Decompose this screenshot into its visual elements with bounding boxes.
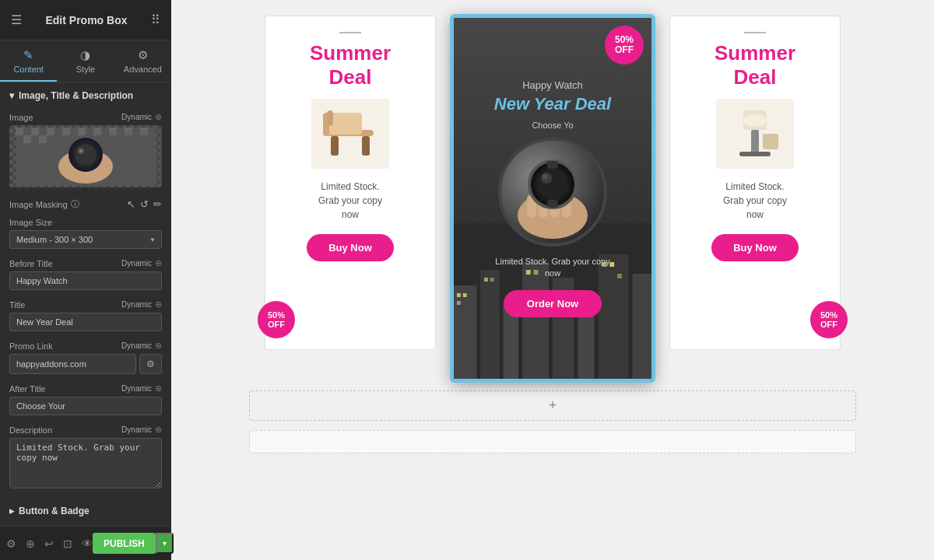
cursor-icon: ↖ bbox=[127, 198, 135, 210]
hamburger-icon[interactable]: ☰ bbox=[11, 12, 22, 27]
tab-style-label: Style bbox=[76, 65, 95, 74]
title-dynamic-icon[interactable]: ⊕ bbox=[155, 299, 162, 310]
publish-arrow-button[interactable]: ▾ bbox=[156, 533, 174, 554]
settings-icon[interactable]: ⚙ bbox=[6, 537, 16, 550]
title-field-group: Title Dynamic ⊕ bbox=[0, 296, 171, 338]
tab-content-label: Content bbox=[13, 65, 44, 74]
right-divider bbox=[744, 32, 766, 33]
promo-link-settings-btn[interactable]: ⚙ bbox=[139, 354, 162, 374]
svg-rect-57 bbox=[751, 130, 759, 153]
sidebar-bottom: ⚙ ⊕ ↩ ⊡ 👁 PUBLISH ▾ bbox=[0, 526, 171, 560]
svg-rect-20 bbox=[362, 136, 370, 156]
right-badge-percent: 50% bbox=[820, 310, 837, 320]
left-divider bbox=[339, 32, 361, 33]
svg-rect-55 bbox=[547, 200, 558, 208]
left-card-badge: 50% OFF bbox=[258, 301, 295, 338]
hero-button[interactable]: Order Now bbox=[504, 290, 602, 317]
image-dynamic-label: Dynamic bbox=[121, 113, 152, 121]
tab-style[interactable]: ◑ Style bbox=[57, 40, 114, 82]
publish-button[interactable]: PUBLISH bbox=[93, 533, 156, 554]
left-card-image bbox=[311, 99, 389, 169]
image-size-select[interactable]: Medium - 300 × 300 bbox=[9, 230, 162, 249]
promo-link-input-row: ⚙ bbox=[9, 354, 162, 374]
svg-point-15 bbox=[75, 144, 97, 166]
svg-point-51 bbox=[537, 169, 568, 200]
tab-content[interactable]: ✎ Content bbox=[0, 40, 57, 82]
title-dynamic: Dynamic ⊕ bbox=[121, 299, 162, 310]
left-card-title: Summer Deal bbox=[310, 41, 391, 89]
image-size-label: Image Size bbox=[9, 218, 52, 227]
image-dynamic-icon[interactable]: ⊕ bbox=[155, 112, 162, 122]
bottom-icons: ⚙ ⊕ ↩ ⊡ 👁 bbox=[6, 537, 93, 550]
hero-card-center[interactable]: 50% OFF Happy Watch New Year Deal Choose… bbox=[451, 16, 654, 381]
image-masking-row: Image Masking ⓘ ↖ ↺ ✏ bbox=[0, 194, 171, 215]
title-dynamic-text: Dynamic bbox=[121, 300, 152, 309]
before-title-dynamic-text: Dynamic bbox=[121, 259, 152, 268]
description-dynamic-icon[interactable]: ⊕ bbox=[155, 425, 162, 435]
svg-rect-10 bbox=[23, 135, 31, 143]
style-tab-icon: ◑ bbox=[80, 48, 90, 62]
title-input[interactable] bbox=[9, 313, 162, 331]
description-textarea[interactable]: Limited Stock. Grab your copy now bbox=[9, 438, 162, 488]
before-title-label-row: Before Title Dynamic ⊕ bbox=[9, 258, 162, 268]
promo-link-input[interactable] bbox=[9, 354, 136, 374]
description-field-group: Description Dynamic ⊕ Limited Stock. Gra… bbox=[0, 422, 171, 498]
svg-point-59 bbox=[743, 114, 767, 127]
sidebar-header-left-icons: ☰ bbox=[11, 12, 22, 27]
layers-icon[interactable]: ⊕ bbox=[26, 537, 35, 550]
title-label: Title bbox=[9, 300, 25, 310]
image-dynamic-row: Dynamic ⊕ bbox=[121, 112, 162, 122]
section-button-badge-label: Button & Badge bbox=[19, 506, 90, 516]
promo-card-right[interactable]: Summer Deal Limited Stock. Grab your cop… bbox=[669, 16, 841, 350]
add-row-button[interactable]: + bbox=[249, 390, 856, 421]
svg-rect-3 bbox=[47, 128, 54, 135]
section-button-badge[interactable]: ▸ Button & Badge bbox=[0, 498, 171, 524]
image-label: Image bbox=[9, 113, 33, 122]
after-title-input[interactable] bbox=[9, 397, 162, 415]
promo-link-label-row: Promo Link Dynamic ⊕ bbox=[9, 341, 162, 351]
before-title-dynamic-icon[interactable]: ⊕ bbox=[155, 258, 162, 268]
tab-advanced-label: Advanced bbox=[124, 65, 162, 74]
svg-rect-58 bbox=[739, 152, 771, 156]
edit-icon[interactable]: ✏ bbox=[153, 198, 162, 210]
chair-svg bbox=[319, 107, 381, 161]
image-preview-svg bbox=[16, 128, 156, 186]
content-tab-icon: ✎ bbox=[23, 48, 33, 62]
promo-link-dynamic-icon[interactable]: ⊕ bbox=[155, 341, 162, 351]
image-preview[interactable] bbox=[9, 125, 162, 187]
left-card-button[interactable]: Buy Now bbox=[307, 234, 394, 261]
svg-rect-19 bbox=[331, 136, 339, 156]
image-size-field-group: Image Size Medium - 300 × 300 bbox=[0, 215, 171, 255]
promo-card-left[interactable]: Summer Deal Limited Stock. Grab your cop… bbox=[265, 16, 436, 350]
undo-icon[interactable]: ↩ bbox=[44, 537, 54, 550]
right-card-button[interactable]: Buy Now bbox=[711, 234, 799, 261]
svg-point-17 bbox=[79, 149, 83, 152]
before-title-dynamic: Dynamic ⊕ bbox=[121, 258, 162, 268]
eye-icon[interactable]: 👁 bbox=[82, 537, 93, 550]
image-masking-text: Image Masking bbox=[9, 200, 68, 209]
tab-advanced[interactable]: ⚙ Advanced bbox=[114, 40, 171, 82]
section-image-title[interactable]: ▾ Image, Title & Description bbox=[0, 82, 171, 109]
responsive-icon[interactable]: ⊡ bbox=[63, 537, 72, 550]
canvas-row-main: Summer Deal Limited Stock. Grab your cop… bbox=[241, 16, 864, 381]
svg-rect-7 bbox=[109, 128, 117, 135]
svg-rect-23 bbox=[327, 110, 333, 126]
panel-title: Edit Promo Box bbox=[45, 14, 127, 26]
promo-link-dynamic-text: Dynamic bbox=[121, 341, 152, 350]
svg-rect-11 bbox=[39, 135, 47, 143]
right-card-badge: 50% OFF bbox=[810, 301, 848, 338]
description-label: Description bbox=[9, 425, 52, 435]
hero-badge-off: OFF bbox=[615, 45, 634, 55]
promo-link-field-group: Promo Link Dynamic ⊕ ⚙ bbox=[0, 338, 171, 380]
publish-group: PUBLISH ▾ bbox=[93, 533, 174, 554]
after-title-dynamic: Dynamic ⊕ bbox=[121, 383, 162, 394]
refresh-icon[interactable]: ↺ bbox=[140, 198, 149, 210]
promo-link-label: Promo Link bbox=[9, 341, 53, 351]
sidebar-tabs: ✎ Content ◑ Style ⚙ Advanced bbox=[0, 40, 171, 82]
after-title-dynamic-icon[interactable]: ⊕ bbox=[155, 383, 162, 394]
before-title-input[interactable] bbox=[9, 271, 162, 290]
svg-rect-54 bbox=[547, 161, 558, 169]
svg-rect-1 bbox=[16, 128, 23, 135]
grid-icon[interactable]: ⠿ bbox=[151, 12, 160, 27]
svg-rect-4 bbox=[62, 128, 70, 135]
